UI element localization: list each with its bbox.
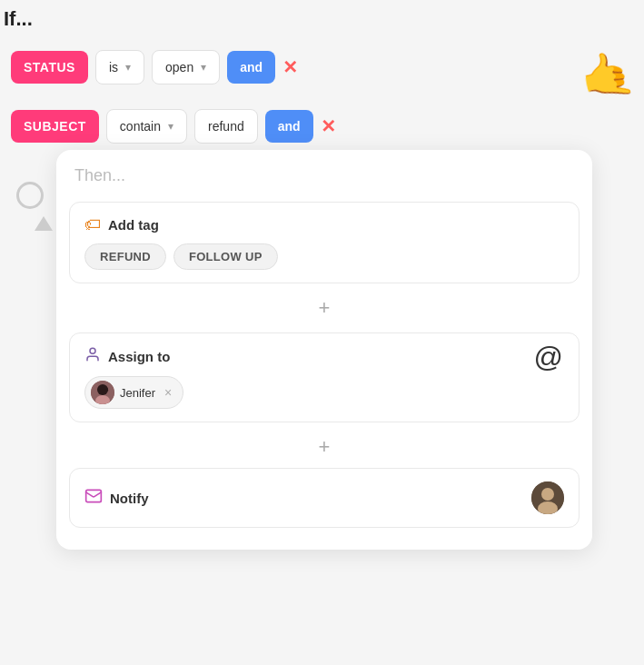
tag-icon: 🏷: [84, 215, 101, 234]
condition1-and-button[interactable]: and: [227, 51, 275, 84]
at-icon: @: [534, 341, 563, 374]
add-action-button-1[interactable]: +: [56, 291, 592, 325]
assign-to-title: Assign to: [108, 349, 170, 364]
notify-title: Notify: [110, 491, 149, 506]
assign-icon: [84, 346, 101, 367]
add-tag-card: 🏷 Add tag REFUND FOLLOW UP: [69, 202, 580, 283]
svg-rect-5: [86, 490, 102, 501]
condition1-operator-dropdown[interactable]: is ▾: [95, 50, 144, 84]
decorative-triangle: [35, 216, 53, 231]
condition1-value-dropdown[interactable]: open ▾: [152, 50, 220, 84]
assign-to-header: Assign to: [84, 346, 564, 367]
status-badge[interactable]: STATUS: [11, 51, 88, 84]
tag-follow-up[interactable]: FOLLOW UP: [173, 243, 278, 270]
svg-point-0: [90, 348, 95, 353]
condition-row-1: STATUS is ▾ open ▾ and ✕: [11, 50, 298, 84]
decorative-hand: 🤙: [577, 45, 639, 105]
decorative-circle: [16, 182, 44, 209]
notify-left: Notify: [84, 487, 149, 509]
if-label: If...: [4, 7, 33, 31]
notify-avatar: [531, 481, 564, 514]
assignee-row: Jenifer ×: [84, 376, 564, 409]
condition2-operator-dropdown[interactable]: contain ▾: [106, 109, 187, 144]
condition2-remove-button[interactable]: ✕: [321, 117, 336, 135]
condition1-remove-button[interactable]: ✕: [282, 58, 298, 76]
subject-badge[interactable]: SUBJECT: [11, 110, 99, 143]
assignee-avatar: [91, 381, 114, 404]
chevron-down-icon: ▾: [125, 61, 131, 74]
add-tag-header: 🏷 Add tag: [84, 215, 564, 234]
assignee-remove-button[interactable]: ×: [164, 385, 172, 400]
add-tag-title: Add tag: [108, 217, 159, 233]
condition-row-2: SUBJECT contain ▾ refund and ✕: [11, 109, 336, 144]
assign-to-card: Assign to Jenifer ×: [69, 332, 580, 422]
tag-refund[interactable]: REFUND: [84, 243, 166, 270]
tags-row: REFUND FOLLOW UP: [84, 243, 564, 270]
add-action-button-2[interactable]: +: [56, 430, 592, 464]
main-action-card: Then... 🏷 Add tag REFUND FOLLOW UP @ +: [56, 150, 592, 550]
chevron-down-icon: ▾: [201, 61, 206, 74]
then-placeholder: Then...: [56, 150, 592, 194]
notify-card: Notify: [69, 468, 580, 528]
chevron-down-icon: ▾: [168, 120, 173, 133]
notify-mail-icon: [84, 487, 103, 509]
assignee-name: Jenifer: [120, 386, 155, 400]
svg-point-7: [541, 488, 554, 501]
condition2-value-dropdown[interactable]: refund: [194, 109, 258, 144]
assignee-chip[interactable]: Jenifer ×: [84, 376, 183, 409]
condition2-and-button[interactable]: and: [265, 110, 313, 143]
